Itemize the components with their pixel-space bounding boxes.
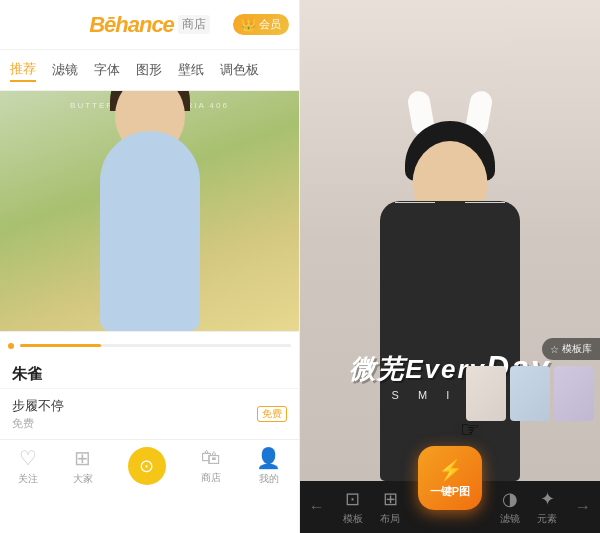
nav-item-tuxing[interactable]: 图形: [136, 59, 162, 81]
template-lib-button[interactable]: ☆ 模板库: [542, 338, 600, 360]
bottom-nav-follow[interactable]: ♡ 关注: [18, 446, 38, 486]
one-click-edit-button[interactable]: ⚡ 一键P图: [418, 446, 482, 510]
nav-item-tuijian[interactable]: 推荐: [10, 58, 36, 82]
crown-icon: 👑: [241, 18, 256, 32]
left-bottom-nav: ♡ 关注 ⊞ 大家 ⊙ 🛍 商店 👤 我的: [0, 439, 299, 491]
star-icon: ☆: [550, 344, 559, 355]
layout-label: 布局: [380, 512, 400, 526]
right-nav-layout[interactable]: ⊞ 布局: [380, 488, 400, 526]
profile-label: 我的: [259, 472, 279, 486]
timeline-progress[interactable]: [20, 344, 291, 347]
template-thumb-2[interactable]: [510, 366, 550, 421]
back-arrow-icon: ←: [309, 498, 325, 516]
whisker-right-icon: [465, 202, 505, 203]
profile-icon: 👤: [256, 446, 281, 470]
member-label: 会员: [259, 17, 281, 32]
right-nav-forward[interactable]: →: [575, 498, 591, 516]
right-nav-back[interactable]: ←: [309, 498, 325, 516]
filter-icon: ◑: [502, 488, 518, 510]
nav-item-bizhi[interactable]: 壁纸: [178, 59, 204, 81]
nav-item-ziti[interactable]: 字体: [94, 59, 120, 81]
song-title: 朱雀: [12, 365, 287, 384]
sticker-chinese: 微芜: [349, 354, 405, 384]
bottom-nav-profile[interactable]: 👤 我的: [256, 446, 281, 486]
cursor-hand-icon: ☞: [460, 417, 480, 443]
song-list-name: 步履不停: [12, 397, 64, 415]
template-thumb-1[interactable]: [466, 366, 506, 421]
nav-item-tiaose[interactable]: 调色板: [220, 59, 259, 81]
right-nav-elements[interactable]: ✦ 元素: [537, 488, 557, 526]
timeline-dot: [8, 343, 14, 349]
member-badge[interactable]: 👑 会员: [233, 14, 289, 35]
free-badge: 免费: [257, 406, 287, 422]
grid-icon: ⊞: [74, 446, 91, 470]
timeline-bar: [0, 331, 299, 359]
song-list-sub: 免费: [12, 416, 64, 431]
template-icon: ⊡: [345, 488, 360, 510]
template-thumbnails: [466, 366, 600, 421]
shop-badge: 商店: [178, 15, 210, 34]
right-nav-template[interactable]: ⊡ 模板: [343, 488, 363, 526]
right-nav-filter[interactable]: ◑ 滤镜: [500, 488, 520, 526]
layout-icon: ⊞: [383, 488, 398, 510]
camera-icon[interactable]: ⊙: [128, 447, 166, 485]
app-logo: Bēhance 商店: [89, 12, 210, 38]
follow-label: 关注: [18, 472, 38, 486]
right-bottom-nav: ⚡ 一键P图 ☞ ← ⊡ 模板 ⊞ 布局 ◑ 滤镜 ✦ 元素 →: [300, 481, 600, 533]
bottom-nav-community[interactable]: ⊞ 大家: [73, 446, 93, 486]
left-panel: Bēhance 商店 👑 会员 推荐 滤镜 字体 图形 壁纸 调色板 BUTTE…: [0, 0, 300, 533]
heart-icon: ♡: [19, 446, 37, 470]
shop-label: 商店: [201, 471, 221, 485]
main-photo: BUTTERCOLOR DUFERIA 406: [0, 91, 299, 331]
song-list-info: 步履不停 免费: [12, 397, 64, 431]
left-nav: 推荐 滤镜 字体 图形 壁纸 调色板: [0, 50, 299, 91]
filter-label: 滤镜: [500, 512, 520, 526]
right-photo-area: 微芜EveryDay S M I L E ☆ 模板库: [300, 0, 600, 481]
song-info-row: 朱雀: [0, 359, 299, 388]
elements-icon: ✦: [540, 488, 555, 510]
timeline-fill: [20, 344, 101, 347]
elements-label: 元素: [537, 512, 557, 526]
template-lib-label: 模板库: [562, 342, 592, 356]
template-thumb-3[interactable]: [554, 366, 594, 421]
bottom-nav-camera[interactable]: ⊙: [128, 447, 166, 485]
action-label: 一键P图: [430, 484, 470, 499]
shop-icon: 🛍: [201, 446, 221, 469]
template-label: 模板: [343, 512, 363, 526]
right-panel: 微芜EveryDay S M I L E ☆ 模板库 ⚡ 一键P图 ☞: [300, 0, 600, 533]
forward-arrow-icon: →: [575, 498, 591, 516]
bottom-nav-shop[interactable]: 🛍 商店: [201, 446, 221, 485]
left-header: Bēhance 商店 👑 会员: [0, 0, 299, 50]
song-list-item[interactable]: 步履不停 免费 免费: [0, 388, 299, 439]
community-label: 大家: [73, 472, 93, 486]
figure-body: [100, 131, 200, 331]
lightning-icon: ⚡: [438, 458, 463, 482]
whisker-left-icon: [395, 202, 435, 203]
logo-text: Bēhance: [89, 12, 174, 38]
nav-item-lvjing[interactable]: 滤镜: [52, 59, 78, 81]
template-area: ☆ 模板库: [466, 338, 600, 429]
